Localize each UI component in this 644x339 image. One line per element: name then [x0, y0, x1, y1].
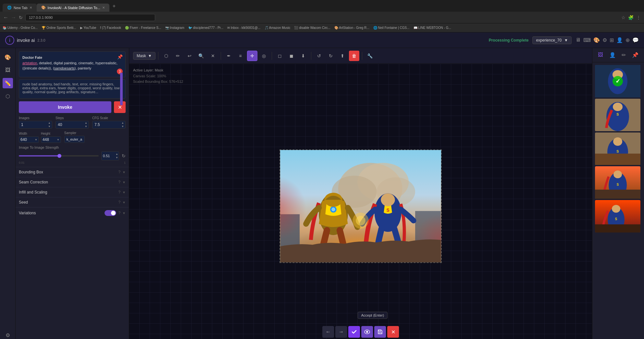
steps-spinner[interactable]: ▲▼ [83, 121, 89, 128]
tool-brush-connect[interactable]: ⬡ [161, 51, 171, 61]
grid-icon[interactable]: ⊞ [610, 37, 614, 43]
thumbnail-4[interactable]: S [595, 166, 640, 199]
bookmark-neil[interactable]: 🌐 Neil Fontaine | CGS... [373, 26, 410, 30]
tab-new[interactable]: 🌐 New Tab ✕ [3, 4, 37, 12]
invoke-button[interactable]: Invoke [19, 101, 111, 113]
cfg-field[interactable] [93, 121, 120, 128]
mask-dropdown[interactable]: Mask ▼ [133, 52, 155, 60]
width-chevron-icon[interactable]: ▼ [35, 138, 37, 141]
eye-button[interactable] [361, 326, 373, 338]
i2i-refresh-icon[interactable]: ↻ [122, 153, 126, 158]
refresh-button[interactable]: ↻ [19, 15, 23, 20]
infill-scaling-section[interactable]: Infill and Scaling ? ▼ [16, 187, 129, 197]
thumbnail-2[interactable]: S [595, 99, 640, 131]
cancel-button[interactable]: ✕ [114, 101, 126, 113]
thumbnail-5[interactable]: S [595, 200, 640, 232]
bounding-box-chevron-icon[interactable]: ▼ [122, 170, 126, 174]
right-gallery-icon[interactable]: 🖼 [597, 51, 604, 59]
save-button[interactable] [374, 326, 386, 338]
seed-help-icon[interactable]: ? [118, 200, 120, 205]
bookmark-youtube[interactable]: ▶ YouTube [80, 26, 96, 30]
cfg-input[interactable]: ▲▼ [92, 121, 126, 129]
bookmark-wacom[interactable]: ⬛ disable Wacom Circ... [294, 26, 330, 30]
thumbnail-1[interactable]: S ✓ [595, 65, 640, 97]
bounding-box-section[interactable]: Bounding Box ? ▼ [16, 167, 129, 177]
tool-redo[interactable]: ↻ [326, 51, 336, 61]
right-pin-icon[interactable]: 📌 [631, 51, 640, 59]
pin-icon[interactable]: 📌 [117, 54, 123, 59]
positive-prompt-box[interactable]: 📌 Doctor Fate artstation, detailed, digi… [19, 51, 126, 77]
tool-settings[interactable]: 🔧 [365, 51, 375, 61]
tool-undo[interactable]: ↺ [314, 51, 324, 61]
width-input[interactable]: ▼ [19, 136, 39, 143]
variations-help-icon[interactable]: ? [118, 211, 120, 215]
tool-target[interactable]: ◎ [259, 51, 269, 61]
address-bar[interactable] [25, 14, 155, 21]
images-field[interactable] [19, 121, 47, 128]
sampler-select[interactable]: k_euler_a k_euler k_dpm_2 [64, 136, 85, 143]
bounding-box-help-icon[interactable]: ? [118, 170, 120, 174]
bookmark-artstation[interactable]: 🎨 ArtStation - Greg R... [334, 26, 369, 30]
bookmark-amazon[interactable]: 🎵 Amazon Music [265, 26, 291, 30]
settings-icon[interactable]: ⚙ [602, 37, 607, 43]
user-icon[interactable]: 👤 [616, 37, 623, 43]
bookmark-sports[interactable]: 🏆 Online Sports Betti... [42, 26, 76, 30]
seed-chevron-icon[interactable]: ▼ [122, 201, 126, 204]
forward-button[interactable]: → [11, 15, 16, 20]
slider-thumb[interactable] [57, 154, 61, 158]
seam-help-icon[interactable]: ? [118, 180, 120, 184]
palette-icon[interactable]: 🎨 [593, 37, 600, 43]
bookmark-webtoon[interactable]: 📖 LINE WEBTOON - G... [414, 26, 451, 30]
prev-button[interactable]: ← [322, 326, 334, 338]
tool-delete[interactable]: 🗑 [349, 51, 359, 61]
seed-section[interactable]: Seed ? ▼ [16, 197, 129, 207]
sidebar-icon-gallery[interactable]: 🖼 [3, 65, 13, 75]
right-user-icon[interactable]: 👤 [608, 51, 617, 59]
new-tab-button[interactable]: + [109, 1, 119, 12]
tab-invoke[interactable]: 🎨 InvokeAI - A Stable Diffusion To... ✕ [37, 4, 109, 12]
bookmark-facebook[interactable]: f (7) Facebook [100, 26, 121, 30]
tool-list[interactable]: ≡ [235, 51, 246, 61]
tool-brush[interactable]: ✏ [173, 51, 183, 61]
infill-chevron-icon[interactable]: ▼ [122, 191, 126, 194]
height-input[interactable]: ▼ [41, 136, 61, 143]
i2i-value-input[interactable]: ▲▼ [101, 151, 119, 160]
tab-close-icon[interactable]: ✕ [30, 6, 32, 9]
bookmark-disciplene[interactable]: 🐦 disciplened777 - Pr... [188, 26, 223, 30]
github-icon[interactable]: ⊕ [625, 37, 630, 43]
tab-close-icon-invoke[interactable]: ✕ [102, 6, 105, 9]
menu-icon[interactable]: ⋮ [636, 15, 641, 20]
infill-help-icon[interactable]: ? [118, 190, 120, 195]
tool-upload[interactable]: ⬆ [337, 51, 348, 61]
width-field[interactable] [20, 137, 33, 142]
tool-download[interactable]: ⬇ [298, 51, 308, 61]
keyboard-icon[interactable]: ⌨ [583, 37, 591, 43]
i2i-spinner[interactable]: ▲▼ [114, 152, 119, 159]
tool-zoom[interactable]: 🔍 [196, 51, 206, 61]
extensions-icon[interactable]: 🧩 [628, 15, 634, 20]
steps-field[interactable] [56, 121, 83, 128]
bookmark-inbox[interactable]: ✉ Inbox - klk56831@... [227, 26, 261, 30]
back-button[interactable]: ← [3, 15, 8, 20]
bookmark-udemy[interactable]: 📚 Udemy - Online Co... [3, 26, 38, 30]
variations-section[interactable]: Variations ? ▼ [16, 207, 129, 219]
experience-dropdown[interactable]: experience_70 ▼ [532, 36, 572, 44]
images-input[interactable]: ▲▼ [19, 121, 52, 129]
monitor-icon[interactable]: 🖥 [576, 37, 581, 43]
i2i-slider[interactable] [19, 155, 99, 157]
accept-button[interactable] [348, 326, 360, 338]
cfg-spinner[interactable]: ▲▼ [120, 121, 125, 128]
canvas-area[interactable]: Active Layer: Mask Canvas Scale: 100% Sc… [129, 64, 592, 339]
tool-eraser[interactable]: ↩ [184, 51, 195, 61]
negative-prompt-box[interactable]: nude bad anatomy, bad hands, text, error… [19, 79, 126, 99]
right-edit-icon[interactable]: ✏ [620, 51, 627, 59]
sidebar-icon-nodes[interactable]: ⬡ [3, 91, 13, 101]
discard-button[interactable]: ✕ [387, 326, 399, 338]
discord-icon[interactable]: 💬 [632, 37, 639, 43]
variations-toggle[interactable] [105, 210, 116, 216]
seam-chevron-icon[interactable]: ▼ [122, 181, 126, 184]
thumbnail-3[interactable]: S [595, 132, 640, 165]
sidebar-icon-paint[interactable]: 🎨 [3, 52, 13, 62]
bookmark-instagram[interactable]: 📷 Instagram [165, 26, 184, 30]
height-field[interactable] [43, 137, 56, 142]
